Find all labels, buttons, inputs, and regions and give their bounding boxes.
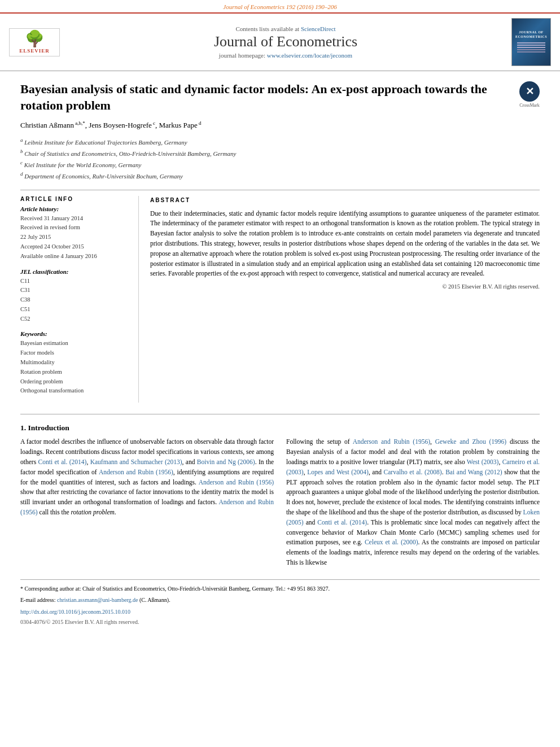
- received-revised-label: Received in revised form: [20, 224, 80, 230]
- article-info-column: ARTICLE INFO Article history: Received 3…: [20, 196, 139, 403]
- cite-west-2003[interactable]: West (2003): [467, 458, 499, 465]
- footnote-email: E-mail address: christian.assmann@uni-ba…: [20, 596, 540, 604]
- abstract-heading: ABSTRACT: [150, 196, 540, 204]
- journal-title: Journal of Econometrics: [65, 33, 506, 50]
- cite-geweke-zhou-1996[interactable]: Geweke and Zhou (1996): [435, 438, 507, 445]
- authors-line: Christian Aßmann a,b,*, Jens Boysen-Hogr…: [20, 120, 540, 130]
- article-history-block: Article history: Received 31 January 201…: [20, 206, 129, 261]
- keywords-block: Keywords: Bayesian estimation Factor mod…: [20, 330, 129, 396]
- footnote-star-text: * Corresponding author at: Chair of Stat…: [20, 586, 330, 592]
- header-center: Contents lists available at ScienceDirec…: [65, 25, 506, 59]
- jel-c38: C38: [20, 295, 129, 305]
- elsevier-tree-icon: 🌳: [12, 31, 57, 47]
- jel-classification-block: JEL classification: C11 C31 C38 C51 C52: [20, 268, 129, 324]
- revised-date: 22 July 2015: [20, 234, 51, 240]
- intro-left-para: A factor model describes the influence o…: [20, 437, 274, 518]
- jel-label: JEL classification:: [20, 268, 129, 275]
- copyright-text: © 2015 Elsevier B.V. All rights reserved…: [150, 282, 540, 291]
- author-3-name: Markus Pape: [159, 121, 198, 130]
- abstract-text: Due to their indeterminacies, static and…: [150, 209, 540, 279]
- homepage-url[interactable]: www.elsevier.com/locate/jeconom: [267, 52, 352, 59]
- crossmark-label: CrossMark: [519, 103, 540, 108]
- affiliations-block: a Leibniz Institute for Educational Traj…: [20, 136, 540, 182]
- kw-5: Ordering problem: [20, 377, 129, 387]
- available-date: Available online 4 January 2016: [20, 253, 97, 259]
- affiliation-d: d Department of Economics, Ruhr-Universi…: [20, 170, 540, 181]
- journal-header: 🌳 ELSEVIER Contents lists available at S…: [0, 12, 560, 71]
- keywords-content: Bayesian estimation Factor models Multim…: [20, 339, 129, 396]
- intro-section-number: 1.: [20, 423, 26, 432]
- author-3-sup: d: [198, 120, 202, 126]
- cite-anderson-rubin-1956-2[interactable]: Anderson and Rubin (1956): [199, 479, 274, 486]
- intro-section-title: Introduction: [28, 423, 69, 432]
- homepage-line: journal homepage: www.elsevier.com/locat…: [65, 52, 506, 59]
- affiliation-c: c Kiel Institute for the World Economy, …: [20, 159, 540, 170]
- cite-celeux-2000[interactable]: Celeux et al. (2000): [365, 539, 418, 545]
- article-title: Bayesian analysis of static and dynamic …: [20, 81, 511, 113]
- author-1-name: Christian Aßmann: [20, 121, 74, 130]
- cite-boivin-2006[interactable]: Boivin and Ng (2006): [197, 458, 255, 465]
- abstract-column: ABSTRACT Due to their indeterminacies, s…: [139, 196, 540, 403]
- kw-1: Bayesian estimation: [20, 339, 129, 348]
- jel-c11: C11: [20, 277, 129, 286]
- crossmark-icon: ✕: [519, 81, 540, 102]
- cite-anderson-rubin-1956-1[interactable]: Anderson and Rubin (1956): [99, 469, 173, 475]
- cite-anderson-rubin-right[interactable]: Anderson and Rubin (1956): [353, 438, 430, 445]
- kw-3: Multimodality: [20, 358, 129, 368]
- homepage-label: journal homepage:: [219, 52, 265, 59]
- kw-6: Orthogonal transformation: [20, 386, 129, 396]
- article-title-section: Bayesian analysis of static and dynamic …: [20, 81, 540, 113]
- jel-c52: C52: [20, 314, 129, 324]
- author-2-name: Jens Boysen-Hogrefe: [89, 121, 152, 130]
- article-body: Bayesian analysis of static and dynamic …: [0, 71, 560, 414]
- intro-heading: 1. Introduction: [20, 423, 540, 433]
- jel-c31: C31: [20, 286, 129, 295]
- jel-codes: C11 C31 C38 C51 C52: [20, 277, 129, 324]
- article-info-heading: ARTICLE INFO: [20, 196, 129, 202]
- journal-citation-text: Journal of Econometrics 192 (2016) 190–2…: [223, 3, 336, 10]
- author-2-sup: c: [152, 120, 155, 126]
- rotation-problem-term: rotation problem: [71, 509, 114, 516]
- main-content: 1. Introduction A factor model describes…: [0, 414, 560, 637]
- cite-conti-2014-right[interactable]: Conti et al. (2014): [317, 519, 367, 526]
- received-date: Received 31 January 2014: [20, 215, 83, 221]
- crossmark-badge[interactable]: ✕ CrossMark: [519, 81, 540, 108]
- contents-text: Contents lists available at: [235, 25, 299, 32]
- rights-line: 0304-4076/© 2015 Elsevier B.V. All right…: [20, 618, 540, 626]
- cite-bai-wang-2012[interactable]: Bai and Wang (2012): [445, 469, 502, 475]
- keywords-label: Keywords:: [20, 330, 129, 337]
- affiliation-a: a Leibniz Institute for Educational Traj…: [20, 136, 540, 147]
- divider-1: [20, 190, 540, 190]
- crossmark-symbol: ✕: [526, 86, 534, 97]
- intro-right-column: Following the setup of Anderson and Rubi…: [286, 437, 540, 573]
- contents-available-line: Contents lists available at ScienceDirec…: [65, 25, 506, 32]
- cite-conti-2014[interactable]: Conti et al. (2014): [38, 458, 87, 465]
- cover-title-text: JOURNAL OF ECONOMETRICS: [514, 30, 548, 40]
- cite-anderson-rubin-1956-3[interactable]: Anderson and Rubin (1956): [20, 499, 274, 516]
- footnotes-section: * Corresponding author at: Chair of Stat…: [20, 579, 540, 626]
- doi-link[interactable]: http://dx.doi.org/10.1016/j.jeconom.2015…: [20, 609, 130, 615]
- cite-kaufmann-2013[interactable]: Kaufmann and Schumacher (2013): [90, 458, 182, 465]
- footnote-email-note: (C. Aßmann).: [139, 597, 170, 603]
- affiliation-b: b Chair of Statistics and Econometrics, …: [20, 147, 540, 159]
- intro-right-para: Following the setup of Anderson and Rubi…: [286, 437, 540, 568]
- kw-4: Rotation problem: [20, 368, 129, 377]
- article-history-content: Received 31 January 2014 Received in rev…: [20, 214, 129, 261]
- footnote-email-label: E-mail address:: [20, 597, 55, 603]
- cite-carvalho-2008[interactable]: Carvalho et al. (2008): [384, 469, 442, 475]
- page: Journal of Econometrics 192 (2016) 190–2…: [0, 0, 560, 747]
- article-history-label: Article history:: [20, 206, 129, 212]
- cite-lopes-west-2004[interactable]: Lopes and West (2004): [307, 469, 369, 475]
- journal-cover-thumbnail: JOURNAL OF ECONOMETRICS: [511, 18, 551, 66]
- footnote-email-address[interactable]: christian.assmann@uni-bamberg.de: [57, 597, 138, 603]
- article-info-abstract: ARTICLE INFO Article history: Received 3…: [20, 196, 540, 403]
- intro-left-column: A factor model describes the influence o…: [20, 437, 274, 573]
- footnote-star: * Corresponding author at: Chair of Stat…: [20, 584, 540, 593]
- kw-2: Factor models: [20, 348, 129, 358]
- jel-c51: C51: [20, 305, 129, 314]
- science-direct-link[interactable]: ScienceDirect: [301, 25, 336, 32]
- journal-citation-bar: Journal of Econometrics 192 (2016) 190–2…: [0, 0, 560, 12]
- doi-line: http://dx.doi.org/10.1016/j.jeconom.2015…: [20, 608, 540, 616]
- accepted-date: Accepted 24 October 2015: [20, 243, 84, 250]
- elsevier-logo: 🌳 ELSEVIER: [9, 28, 60, 56]
